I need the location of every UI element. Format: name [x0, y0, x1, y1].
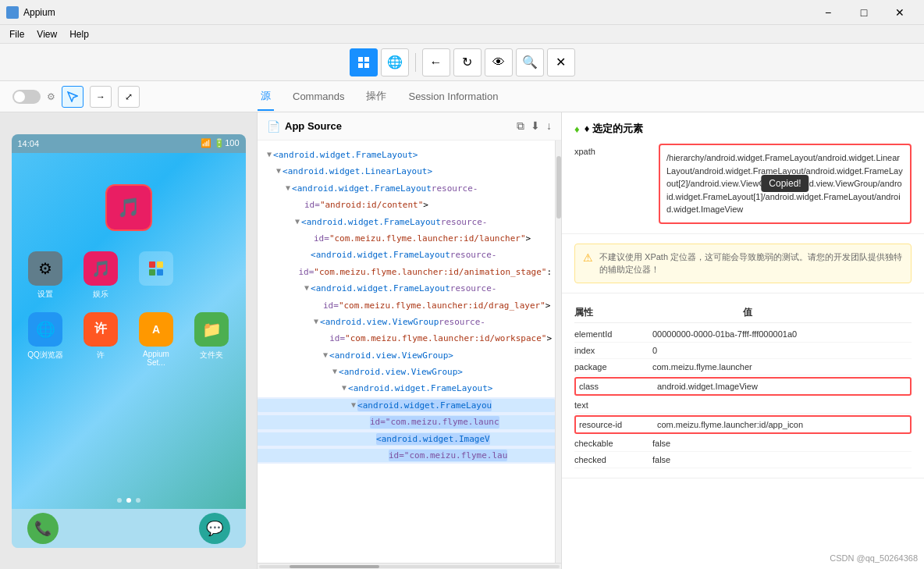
- minimize-button[interactable]: −: [810, 0, 846, 25]
- source-body: ▼ <android.widget.FrameLayout> ▼ <androi…: [258, 140, 561, 563]
- toolbar: 🌐 ← ↻ 👁 🔍 ✕: [0, 44, 924, 81]
- toggle-6[interactable]: ▼: [304, 283, 309, 293]
- warning-section: ⚠ 不建议使用 XPath 定位器，这可能会导致脆弱的测试。请您的开发团队提供独…: [562, 234, 924, 293]
- svg-rect-2: [358, 63, 363, 68]
- toggle-switch[interactable]: [12, 90, 41, 104]
- select-element-button[interactable]: [62, 86, 84, 108]
- entertainment-label: 娱乐: [93, 289, 108, 300]
- phone-status-icons: 📶 🔋100: [201, 138, 239, 148]
- attr-name-index: index: [574, 346, 652, 355]
- tree-node-11[interactable]: ▼ <android.widget.FrameLayou: [258, 397, 555, 414]
- toggle-icon: ⚙: [47, 91, 55, 102]
- grid-view-button[interactable]: [350, 48, 378, 76]
- phone-dock: 📞 💬: [12, 509, 246, 548]
- menu-help[interactable]: Help: [63, 27, 95, 41]
- tree-scrollbar-thumb: [556, 156, 561, 219]
- tab-source[interactable]: 源: [258, 83, 274, 111]
- phone-content: 🎵 ⚙ 设置 🎵 娱乐: [12, 153, 246, 509]
- attributes-section: 属性 值 elementId 00000000-0000-01ba-7fff-f…: [562, 293, 924, 478]
- toggle-8[interactable]: ▼: [323, 350, 328, 361]
- section-title: ♦ ♦ 选定的元素: [574, 122, 912, 136]
- search-button[interactable]: 🔍: [516, 48, 544, 76]
- tree-node-12[interactable]: ▶ <android.widget.ImageV: [258, 431, 555, 447]
- tree-node-5[interactable]: ▶ <android.widget.FrameLayout resource-: [258, 247, 555, 263]
- tree-node-6[interactable]: ▼ <android.widget.FrameLayout resource-: [258, 280, 555, 297]
- tree-node-7b[interactable]: id="com.meizu.flyme.launcher:id/workspac…: [258, 330, 555, 347]
- warning-icon: ⚠: [583, 251, 593, 264]
- selected-element-section: ♦ ♦ 选定的元素 xpath /hierarchy/android.widge…: [562, 112, 924, 234]
- attr-row-checked: checked false: [574, 452, 912, 468]
- tree-node-1[interactable]: ▼ <android.widget.FrameLayout>: [258, 147, 555, 163]
- attr-name-checked: checked: [574, 455, 652, 464]
- toggle-11[interactable]: ▼: [351, 400, 356, 411]
- phone-app-xu: 许 许: [80, 312, 123, 367]
- record-button[interactable]: 👁: [485, 48, 513, 76]
- back-button[interactable]: ←: [422, 48, 450, 76]
- source-panel: 📄 App Source ⧉ ⬇ ↓ ▼ <android.widget.Fra…: [258, 112, 562, 569]
- tab-session-info[interactable]: Session Information: [405, 84, 501, 110]
- copy-source-button[interactable]: ⧉: [517, 119, 524, 133]
- phone-app-files: 📁 文件夹: [190, 312, 233, 367]
- tab-actions[interactable]: 操作: [363, 83, 389, 111]
- attr-name-checkable: checkable: [574, 439, 652, 448]
- attr-row-elementid: elementId 00000000-0000-01ba-7fff-fff000…: [574, 326, 912, 343]
- globe-button[interactable]: 🌐: [381, 48, 409, 76]
- scrollbar-thumb: [290, 565, 380, 568]
- tree-scroll-area[interactable]: ▼ <android.widget.FrameLayout> ▼ <androi…: [258, 140, 555, 563]
- tree-node-6b[interactable]: id="com.meizu.flyme.launcher:id/drag_lay…: [258, 297, 555, 314]
- toggle-3[interactable]: ▼: [286, 183, 290, 194]
- arrow-right-button[interactable]: →: [90, 86, 112, 108]
- stop-button[interactable]: ✕: [547, 48, 575, 76]
- refresh-button[interactable]: ↻: [453, 48, 482, 76]
- tree-node-11b[interactable]: id="com.meizu.flyme.launc: [258, 414, 555, 430]
- toggle-2[interactable]: ▼: [276, 165, 281, 176]
- close-button[interactable]: ✕: [882, 0, 918, 25]
- attr-row-class: class android.widget.ImageView: [574, 377, 912, 396]
- warning-text: 不建议使用 XPath 定位器，这可能会导致脆弱的测试。请您的开发团队提供独特的…: [599, 251, 903, 276]
- copied-tooltip: Copied!: [761, 175, 808, 192]
- attr-row-resourceid: resource-id com.meizu.flyme.launcher:id/…: [574, 415, 912, 434]
- toggle-thumb: [14, 91, 25, 102]
- tab-commands[interactable]: Commands: [290, 84, 347, 110]
- tree-node-3[interactable]: ▼ <android.widget.FrameLayout resource-: [258, 180, 555, 197]
- tree-node-7[interactable]: ▼ <android.view.ViewGroup resource-: [258, 314, 555, 330]
- tree-node-12b[interactable]: id="com.meizu.flyme.lau: [258, 447, 555, 464]
- tree-node-10[interactable]: ▼ <android.widget.FrameLayout>: [258, 380, 555, 397]
- toggle-10[interactable]: ▼: [342, 382, 346, 393]
- attrs-header: 属性 值: [574, 303, 912, 323]
- xu-icon: 许: [84, 312, 118, 347]
- attr-name-text: text: [574, 400, 652, 410]
- menu-bar: File View Help: [0, 25, 924, 44]
- toggle-7[interactable]: ▼: [314, 316, 318, 327]
- menu-view[interactable]: View: [30, 27, 63, 41]
- tree-node-5b[interactable]: id="com.meizu.flyme.launcher:id/animatio…: [258, 264, 555, 280]
- tree-node-2[interactable]: ▼ <android.widget.LinearLayout>: [258, 163, 555, 180]
- phone-panel: 14:04 📶 🔋100 🎵 ⚙ 设置 🎵 娱乐: [0, 112, 258, 569]
- toggle-4[interactable]: ▼: [295, 216, 300, 227]
- tree-node-3b[interactable]: id="android:id/content">: [258, 197, 555, 213]
- tree-node-4[interactable]: ▼ <android.widget.FrameLayout resource-: [258, 214, 555, 230]
- phone-status-bar: 14:04 📶 🔋100: [12, 134, 246, 153]
- tree-node-9[interactable]: ▼ <android.view.ViewGroup>: [258, 364, 555, 380]
- inspector-tab-bar: ⚙ → ⤢ 源 Commands 操作 Session Information: [0, 81, 924, 112]
- phone-app-appium: A Appium Set...: [135, 312, 178, 367]
- maximize-button[interactable]: □: [846, 0, 882, 25]
- expand-button[interactable]: ⤢: [118, 86, 140, 108]
- tree-scrollbar[interactable]: [555, 140, 561, 563]
- attr-value-package: com.meizu.flyme.launcher: [652, 362, 912, 372]
- attr-value-resourceid: com.meizu.flyme.launcher:id/app_icon: [657, 420, 907, 429]
- tree-node-4b[interactable]: id="com.meizu.flyme.launcher:id/launcher…: [258, 230, 555, 247]
- refresh-source-button[interactable]: ↓: [546, 119, 552, 133]
- attr-value-class: android.widget.ImageView: [657, 382, 907, 391]
- toggle-1[interactable]: ▼: [267, 149, 272, 160]
- svg-rect-3: [364, 63, 369, 68]
- source-tree: ▼ <android.widget.FrameLayout> ▼ <androi…: [258, 140, 555, 470]
- source-hscrollbar[interactable]: [258, 563, 561, 569]
- svg-rect-1: [364, 57, 369, 62]
- tree-node-8[interactable]: ▼ <android.view.ViewGroup>: [258, 347, 555, 364]
- menu-file[interactable]: File: [3, 27, 30, 41]
- download-source-button[interactable]: ⬇: [531, 119, 540, 133]
- toggle-9[interactable]: ▼: [332, 366, 337, 377]
- dock-phone-icon: 📞: [27, 513, 59, 544]
- phone-app-3: [135, 251, 178, 300]
